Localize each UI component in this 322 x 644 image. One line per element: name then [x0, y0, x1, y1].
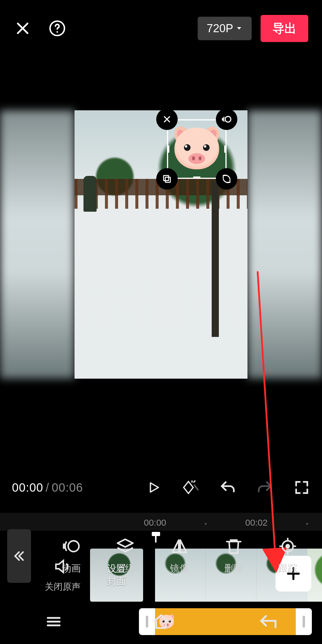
- redo-button[interactable]: [256, 479, 273, 496]
- close-icon: [14, 20, 31, 37]
- export-label: 导出: [273, 22, 296, 35]
- undo-icon: [220, 479, 236, 496]
- help-button[interactable]: [48, 19, 66, 37]
- export-button[interactable]: 导出: [261, 15, 308, 42]
- playback-row: 00:00/00:06: [0, 471, 322, 504]
- close-icon: [162, 115, 171, 124]
- fullscreen-button[interactable]: [293, 479, 310, 496]
- chevrons-left-icon: [12, 549, 26, 563]
- svg-point-1: [56, 31, 58, 32]
- tool-layer[interactable]: 层级: [98, 537, 153, 575]
- sticker-motion-handle[interactable]: [216, 109, 237, 130]
- tool-label: 跟踪: [278, 562, 297, 575]
- tool-label: 层级: [116, 562, 135, 575]
- time-separator: /: [43, 481, 52, 494]
- system-nav-bar: [0, 599, 322, 644]
- nav-home-button[interactable]: [149, 610, 173, 634]
- top-right-group: 720P 导出: [198, 15, 308, 42]
- tool-back-button[interactable]: [7, 529, 31, 583]
- help-icon: [49, 20, 66, 37]
- svg-point-8: [286, 545, 289, 548]
- trash-icon: [225, 537, 243, 555]
- svg-rect-3: [165, 177, 170, 182]
- selection-handle-bottom[interactable]: [193, 177, 200, 178]
- svg-point-2: [225, 117, 231, 122]
- sticker-rotate-handle[interactable]: [216, 168, 237, 190]
- undo-button[interactable]: [219, 479, 236, 496]
- resolution-button[interactable]: 720P: [198, 17, 252, 40]
- selection-handle-left[interactable]: [168, 145, 169, 153]
- close-button[interactable]: [14, 19, 32, 37]
- preview-blur-right: [247, 110, 322, 379]
- redo-icon: [257, 479, 273, 496]
- svg-rect-4: [164, 176, 169, 181]
- animation-icon: [62, 537, 80, 555]
- scene-person: [83, 176, 97, 212]
- menu-icon: [45, 613, 63, 631]
- tool-animation[interactable]: 动画: [44, 537, 98, 575]
- nav-back-button[interactable]: [256, 610, 280, 634]
- motion-icon: [221, 114, 232, 125]
- tool-label: 动画: [62, 562, 81, 575]
- top-left-group: [14, 19, 66, 37]
- target-icon: [278, 537, 297, 555]
- top-bar: 720P 导出: [0, 0, 322, 57]
- selection-handle-right[interactable]: [224, 145, 226, 153]
- copy-icon: [162, 174, 172, 184]
- sticker-copy-handle[interactable]: [156, 168, 178, 190]
- fullscreen-icon: [294, 480, 309, 495]
- play-icon: [147, 480, 161, 495]
- preview-blur-left: [0, 110, 75, 379]
- back-icon: [259, 612, 278, 631]
- tool-bar: 动画 层级 镜像 删除 跟踪: [0, 525, 322, 587]
- play-button[interactable]: [145, 479, 162, 496]
- sticker-selection-box[interactable]: [167, 119, 227, 179]
- mirror-icon: [170, 537, 189, 555]
- rotate-icon: [222, 174, 232, 184]
- sticker-delete-handle[interactable]: [156, 109, 178, 130]
- tool-label: 删除: [224, 562, 243, 575]
- total-time: 00:06: [52, 481, 83, 494]
- time-display: 00:00/00:06: [12, 481, 83, 494]
- current-time: 00:00: [12, 481, 43, 494]
- nav-menu-button[interactable]: [42, 610, 66, 634]
- tool-track[interactable]: 跟踪: [261, 537, 315, 575]
- home-icon: [151, 612, 171, 631]
- tool-delete[interactable]: 删除: [207, 537, 261, 575]
- layers-icon: [116, 537, 134, 555]
- chevron-down-icon: [236, 25, 243, 32]
- playback-controls: [145, 479, 310, 496]
- scene-trunk: [212, 182, 219, 337]
- preview-panel: [0, 110, 322, 379]
- keyframe-icon: [182, 479, 199, 496]
- keyframe-button[interactable]: [182, 479, 199, 496]
- tool-mirror[interactable]: 镜像: [152, 537, 207, 575]
- resolution-label: 720P: [207, 22, 233, 35]
- tool-label: 镜像: [170, 562, 189, 575]
- svg-point-6: [68, 541, 79, 552]
- pig-sticker[interactable]: [174, 128, 219, 169]
